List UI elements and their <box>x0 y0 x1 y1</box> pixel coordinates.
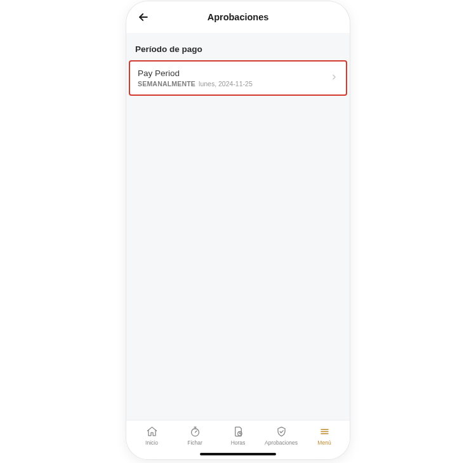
nav-clockin[interactable]: Fichar <box>173 426 216 446</box>
nav-menu-label: Menú <box>317 440 331 446</box>
content-area: Período de pago Pay Period SEMANALMENTEl… <box>126 33 350 420</box>
page-title: Aprobaciones <box>208 12 269 22</box>
pay-period-card[interactable]: Pay Period SEMANALMENTElunes, 2024-11-25 <box>129 60 347 96</box>
nav-hours-label: Horas <box>231 440 246 446</box>
nav-home[interactable]: Inicio <box>130 426 173 446</box>
pay-period-frequency: SEMANALMENTE <box>138 80 195 88</box>
section-label-pay-period: Período de pago <box>126 33 350 60</box>
pay-period-info: Pay Period SEMANALMENTElunes, 2024-11-25 <box>138 68 330 88</box>
pay-period-date: lunes, 2024-11-25 <box>199 80 253 88</box>
home-indicator <box>200 453 276 455</box>
pay-period-subtitle: SEMANALMENTElunes, 2024-11-25 <box>138 80 330 88</box>
back-button[interactable] <box>135 9 152 25</box>
pay-period-title: Pay Period <box>138 68 330 78</box>
nav-approvals-label: Aprobaciones <box>265 440 298 446</box>
nav-menu[interactable]: Menú <box>303 426 346 446</box>
chevron-right-icon <box>330 72 338 84</box>
timesheet-icon <box>232 426 244 438</box>
nav-hours[interactable]: Horas <box>216 426 260 446</box>
svg-line-2 <box>195 431 196 432</box>
phone-frame: Aprobaciones Período de pago Pay Period … <box>126 1 350 459</box>
shield-check-icon <box>275 426 288 438</box>
home-icon <box>146 426 158 438</box>
nav-clockin-label: Fichar <box>187 440 202 446</box>
stopwatch-icon <box>189 426 201 438</box>
svg-line-7 <box>239 434 240 434</box>
header-bar: Aprobaciones <box>126 1 350 33</box>
nav-home-label: Inicio <box>145 440 158 446</box>
back-arrow-icon <box>137 11 150 23</box>
menu-icon <box>319 426 331 438</box>
nav-approvals[interactable]: Aprobaciones <box>260 426 303 446</box>
